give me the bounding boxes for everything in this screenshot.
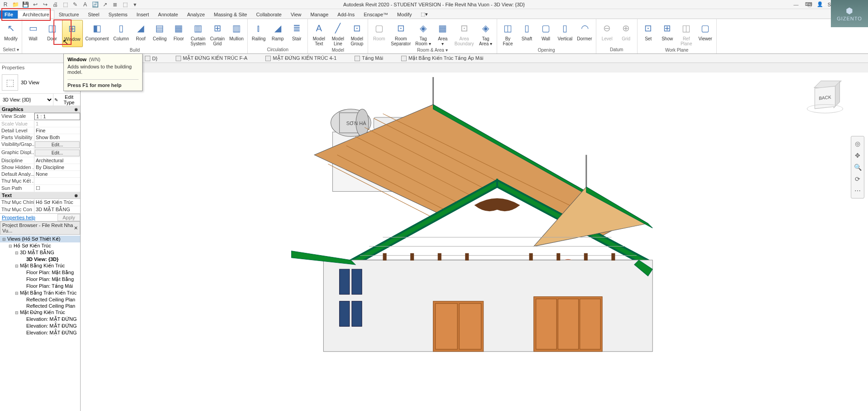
ribbon-tab-steel[interactable]: Steel xyxy=(83,10,104,19)
qat-button[interactable]: ≣ xyxy=(111,1,119,8)
set-button[interactable]: ⊡Set xyxy=(639,20,657,47)
ribbon-tab-structure[interactable]: Structure xyxy=(54,10,84,19)
wall-button[interactable]: ▭Wall xyxy=(24,20,42,47)
model-button[interactable]: ╱ModelLine xyxy=(329,20,347,47)
wall-button[interactable]: ▢Wall xyxy=(537,20,555,47)
property-row[interactable]: Sun Path☐ xyxy=(0,185,80,192)
property-row[interactable]: Detail LevelFine xyxy=(0,127,80,134)
roof-button[interactable]: ◢Roof xyxy=(132,20,150,47)
property-value[interactable]: Fine xyxy=(34,127,80,134)
view-tab[interactable]: Tầng Mái xyxy=(355,55,383,61)
tree-item[interactable]: Floor Plan: Mặt Bằng xyxy=(0,269,80,276)
property-row[interactable]: Thư Mục ChínhHồ Sơ Kiến Trúc xyxy=(0,199,80,206)
qat-button[interactable]: ⬚ xyxy=(62,1,69,8)
mullion-button[interactable]: ▥Mullion xyxy=(227,20,245,47)
ribbon-tab-architecture[interactable]: Architecture xyxy=(18,10,54,19)
ceiling-button[interactable]: ▤Ceiling xyxy=(151,20,169,47)
tree-item[interactable]: Reflected Ceiling Plan xyxy=(0,303,80,309)
property-row[interactable]: View Scale1 : 1 xyxy=(0,113,80,121)
tree-item[interactable]: Floor Plan: Tầng Mái xyxy=(0,283,80,290)
viewer-button[interactable]: ▢Viewer xyxy=(696,20,715,47)
modify-button[interactable]: ↖Modify xyxy=(2,20,20,47)
tree-toggle-icon[interactable]: ⊟ xyxy=(14,310,19,315)
view-tab[interactable]: D} xyxy=(145,56,158,61)
qat-button[interactable]: 📁 xyxy=(12,1,19,8)
view-cube[interactable]: BACK xyxy=(805,77,845,118)
view-instance-selector[interactable]: 3D View: {3D} xyxy=(0,94,53,106)
zoom-icon[interactable]: 🔍 xyxy=(853,163,862,172)
tree-item[interactable]: Reflected Ceiling Plan xyxy=(0,296,80,303)
property-value[interactable]: 3D MẶT BẰNG xyxy=(34,206,80,213)
property-value[interactable]: Edit... xyxy=(35,141,80,148)
qat-button[interactable]: 🖨 xyxy=(52,1,59,8)
property-row[interactable]: Parts VisibilityShow Both xyxy=(0,134,80,141)
ribbon-tab-enscape-[interactable]: Enscape™ xyxy=(359,10,393,19)
curtain-button[interactable]: ⊞CurtainGrid xyxy=(208,20,226,47)
qat-button[interactable]: ⬚ xyxy=(121,1,129,8)
close-icon[interactable]: ✕ xyxy=(74,225,78,231)
properties-help-link[interactable]: Properties help xyxy=(0,214,58,221)
column-button[interactable]: ▯Column xyxy=(111,20,130,47)
tree-item[interactable]: ⊟Mặt Bằng Kiến Trúc xyxy=(0,262,80,269)
by-button[interactable]: ◫ByFace xyxy=(499,20,517,47)
window-button[interactable]: ⊞Window xyxy=(62,20,83,47)
tree-toggle-icon[interactable]: ⊟ xyxy=(14,251,19,255)
pan-icon[interactable]: ✥ xyxy=(853,151,862,160)
tree-toggle-icon[interactable]: ⊟ xyxy=(14,264,19,268)
property-row[interactable]: Show Hidden ...By Discipline xyxy=(0,164,80,171)
curtain-button[interactable]: ▥CurtainSystem xyxy=(189,20,207,47)
railing-button[interactable]: ⫿Railing xyxy=(249,20,268,47)
view-tab[interactable]: MẶT ĐỨNG KIẾN TRÚC F-A xyxy=(176,55,248,61)
maximize-button[interactable]: ▢ xyxy=(803,0,816,9)
model-button[interactable]: ⊡ModelGroup xyxy=(348,20,366,47)
ribbon-tab-add-ins[interactable]: Add-Ins xyxy=(333,10,359,19)
property-row[interactable]: Scale Value1 xyxy=(0,121,80,127)
tree-item[interactable]: ⊟3D MẶT BẰNG xyxy=(0,249,80,256)
tree-toggle-icon[interactable]: ⊟ xyxy=(2,237,6,242)
property-row[interactable]: Thư Mục Con3D MẶT BẰNG xyxy=(0,206,80,213)
qat-button[interactable]: ↩ xyxy=(32,1,39,8)
view-tab[interactable]: MẶT ĐỨNG KIẾN TRÚC 4-1 xyxy=(265,55,336,61)
view-tab[interactable]: Mặt Bằng Kiến Trúc Tầng Áp Mái xyxy=(401,55,483,61)
tree-item[interactable]: Elevation: MẶT ĐỨNG xyxy=(0,323,80,329)
tag-button[interactable]: ◈TagArea ▾ xyxy=(477,20,495,47)
tree-toggle-icon[interactable]: ⊟ xyxy=(8,244,13,248)
property-row[interactable]: Graphic Displ...Edit... xyxy=(0,149,80,157)
ribbon-tab--[interactable]: ⬚▾ xyxy=(416,10,432,19)
more-icon[interactable]: ⋯ xyxy=(853,186,862,195)
show-button[interactable]: ⊞Show xyxy=(658,20,676,47)
minimize-button[interactable]: — xyxy=(789,0,803,9)
tree-toggle-icon[interactable]: ⊟ xyxy=(14,291,19,295)
area-button[interactable]: ▦Area▾ xyxy=(434,20,452,47)
floor-button[interactable]: ▦Floor xyxy=(170,20,188,47)
property-section-header[interactable]: Text⨳ xyxy=(0,192,80,199)
close-button[interactable]: ✕ xyxy=(816,0,830,9)
property-value[interactable]: Show Both xyxy=(34,134,80,140)
qat-button[interactable]: R xyxy=(2,1,9,8)
tree-item[interactable]: Floor Plan: Mặt Bằng xyxy=(0,276,80,283)
property-row[interactable]: Visibility/Grap...Edit... xyxy=(0,141,80,149)
tag-button[interactable]: ◈TagRoom ▾ xyxy=(413,20,432,47)
property-value[interactable]: 1 : 1 xyxy=(34,113,80,120)
qat-button[interactable]: 💾 xyxy=(22,1,29,8)
full-nav-wheel-icon[interactable]: ◎ xyxy=(853,139,862,148)
property-value[interactable]: None xyxy=(34,171,80,177)
property-value[interactable]: Hồ Sơ Kiến Trúc xyxy=(34,199,80,206)
qat-button[interactable]: ↗ xyxy=(101,1,109,8)
edit-type-button[interactable]: ✎ Edit Type xyxy=(53,94,80,106)
vertical-button[interactable]: ▯Vertical xyxy=(556,20,575,47)
property-row[interactable]: Default Analy...None xyxy=(0,171,80,178)
property-row[interactable]: Thư Mục Kết ... xyxy=(0,178,80,185)
room-button[interactable]: ⊡RoomSeparator xyxy=(389,20,412,47)
qat-button[interactable]: A xyxy=(82,1,89,8)
tree-item[interactable]: ⊟Views (Hồ Sơ Thiết Kế) xyxy=(0,236,80,242)
ramp-button[interactable]: ◢Ramp xyxy=(269,20,287,47)
component-button[interactable]: ◧Component xyxy=(84,20,111,47)
qat-button[interactable]: 🔄 xyxy=(91,1,99,8)
tree-item[interactable]: ⊟Mặt Bằng Trần Kiến Trúc xyxy=(0,290,80,296)
qat-button[interactable]: ↪ xyxy=(42,1,49,8)
drawing-canvas[interactable]: SƠN HÀ xyxy=(81,73,868,411)
tree-item[interactable]: Elevation: MẶT ĐỨNG xyxy=(0,316,80,323)
property-value[interactable]: Edit... xyxy=(35,150,80,156)
tree-item[interactable]: ⊟Mặt Đứng Kiến Trúc xyxy=(0,309,80,316)
